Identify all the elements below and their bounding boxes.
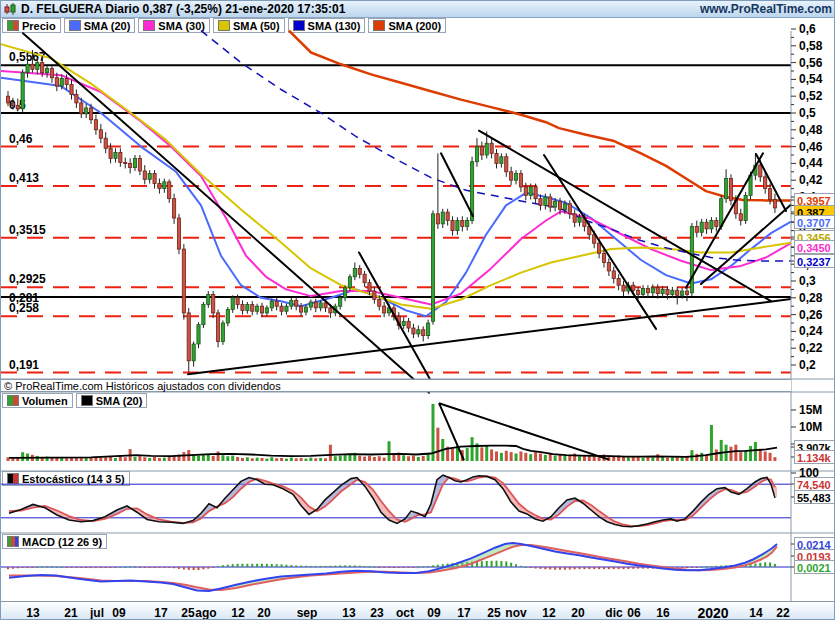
volume-bar [261,458,264,461]
price-axis-label: 0,52 [799,89,823,103]
price-axis-label: 0,22 [799,341,823,355]
macd-histogram-bar [564,567,566,570]
volume-bar [70,458,73,461]
date-axis-label: 13 [26,606,39,620]
volume-bar [554,456,557,461]
macd-histogram-bar [608,567,610,569]
macd-histogram-bar [329,566,331,567]
macd-histogram-bar [427,566,429,567]
macd-histogram-bar [276,564,278,567]
candle-body [148,173,151,179]
volume-bar [695,454,698,461]
volume-bar [197,456,200,461]
macd-histogram-bar [12,567,14,569]
price-axis-label: 0,28 [799,291,823,305]
volume-bar [383,458,386,461]
macd-histogram-bar [364,566,366,567]
volume-bar [314,458,317,461]
volume-bar [217,451,220,461]
macd-histogram-bar [90,567,92,568]
trendline [544,155,656,329]
candle-body [270,301,273,308]
volume-bar [627,457,630,461]
macd-histogram-bar [315,566,317,567]
macd-histogram-bar [256,564,258,567]
sma-line [1,44,791,309]
volume-bar [143,457,146,461]
volume-bar [412,456,415,461]
candle-body [617,278,620,285]
last-value-label: 1.134k [797,452,832,464]
volume-bar [153,457,156,461]
macd-histogram-bar [603,567,605,569]
macd-histogram-bar [334,566,336,567]
last-value-label: 74,540 [797,479,831,491]
macd-histogram-bar [368,566,370,567]
macd-histogram-bar [593,567,595,569]
macd-histogram-bar [222,565,224,567]
volume-bar [563,456,566,461]
candle-body [182,249,185,313]
date-axis-label: 20 [257,606,270,620]
macd-histogram-bar [491,561,493,567]
volume-bar [246,457,249,461]
date-axis-label: oct [396,606,414,620]
macd-histogram-bar [173,567,175,568]
macd-histogram-bar [583,567,585,569]
volume-bar [466,448,469,461]
macd-histogram-bar [212,567,214,568]
candle-body [104,138,107,148]
plot-area: 0,460,4130,35150,29250,2580,1910,55670,5… [1,31,793,591]
candle-body [383,306,386,313]
macd-histogram-bar [300,566,302,567]
price-axis-label: 0,54 [799,72,823,86]
macd-histogram-bar [71,567,73,568]
macd-histogram-bar [227,565,229,567]
macd-histogram-bar [241,564,243,567]
macd-histogram-bar [681,567,683,568]
price-axis-label: 0,2 [799,358,816,372]
volume-bar [285,459,288,461]
volume-bar [265,459,268,461]
volume-bar [500,453,503,461]
macd-histogram-bar [178,567,180,569]
macd-histogram-bar [158,567,160,568]
candle-body [285,306,288,311]
macd-histogram-bar [85,567,87,568]
chart-canvas[interactable]: 0,460,4130,35150,29250,2580,1910,55670,5… [1,1,835,620]
volume-bar [744,450,747,461]
macd-histogram-bar [114,567,116,568]
candle-body [236,298,239,305]
macd-histogram-bar [266,564,268,567]
macd-histogram-bar [554,567,556,570]
macd-histogram-bar [706,566,708,567]
volume-bar [221,455,224,461]
volume-bar [578,456,581,461]
volume-bar [715,449,718,461]
candle-body [124,163,127,164]
volume-bar [339,456,342,461]
candle-body [207,294,210,304]
candle-body [221,323,224,341]
macd-histogram-bar [281,564,283,567]
macd-histogram-bar [623,567,625,569]
candle-body [602,253,605,262]
macd-histogram-bar [637,567,639,569]
volume-bar [99,458,102,461]
candle-body [31,64,34,69]
candle-body [436,214,439,224]
candle-body [339,298,342,306]
volume-bar [436,428,439,461]
date-axis[interactable]: 1321jul091725ago1220sep1323oct091725nov1… [1,601,835,620]
macd-histogram-bar [56,567,58,568]
candle-body [417,330,420,334]
macd-histogram-bar [759,563,761,567]
macd-histogram-bar [481,561,483,567]
date-axis-label: 12 [231,606,244,620]
price-axis-label: 0,56 [799,56,823,70]
date-axis-label: 17 [154,606,167,620]
date-axis-label: 13 [342,606,355,620]
date-axis-label: dic [605,606,622,620]
price-axis-label: 0,6 [799,22,816,36]
candle-body [431,214,434,322]
